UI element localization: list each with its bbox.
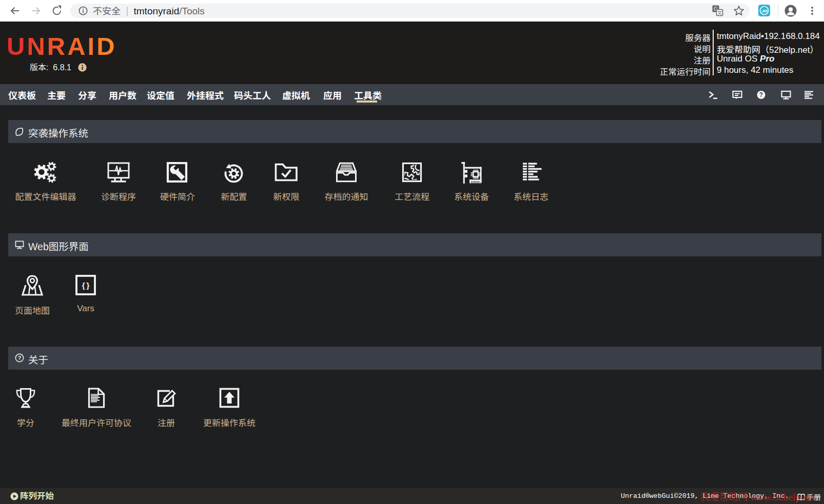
svg-text:文: 文 xyxy=(717,9,722,16)
svg-text:}: } xyxy=(86,281,89,290)
svg-text:{: { xyxy=(82,281,85,290)
svg-text:?: ? xyxy=(18,355,22,361)
svg-text:JM: JM xyxy=(761,9,767,13)
svg-text:?: ? xyxy=(759,91,763,98)
